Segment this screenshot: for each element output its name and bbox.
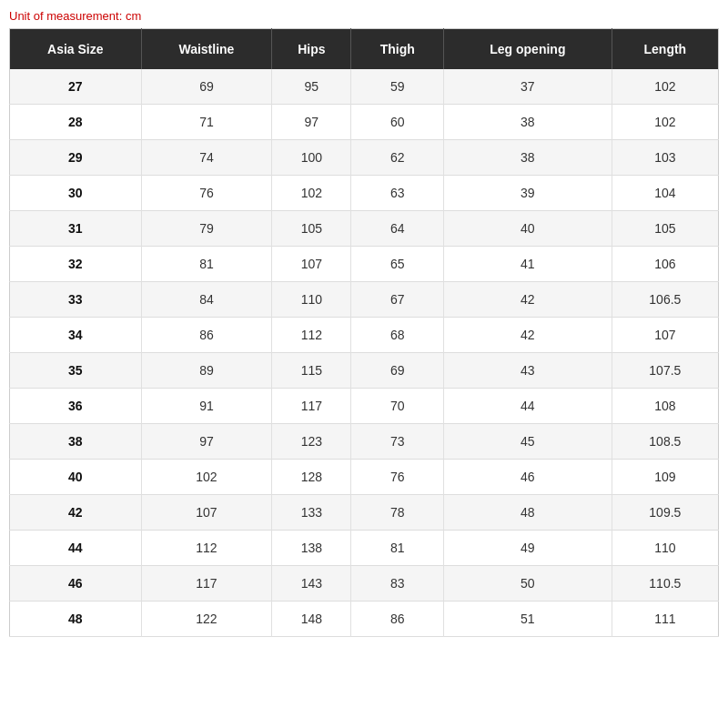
cell-value: 122 (141, 602, 272, 637)
cell-value: 63 (351, 176, 444, 211)
cell-value: 78 (351, 495, 444, 531)
cell-size: 36 (10, 389, 142, 424)
cell-value: 97 (272, 105, 351, 140)
cell-value: 115 (272, 353, 351, 389)
cell-value: 70 (351, 389, 444, 424)
table-row: 38971237345108.5 (10, 424, 719, 460)
cell-size: 46 (10, 566, 142, 602)
cell-value: 44 (444, 389, 612, 424)
cell-value: 81 (351, 531, 444, 566)
cell-size: 33 (10, 282, 142, 318)
cell-value: 117 (141, 566, 272, 602)
table-header-row: Asia Size Waistline Hips Thigh Leg openi… (10, 29, 719, 70)
cell-value: 107 (612, 318, 718, 353)
cell-value: 40 (444, 211, 612, 247)
cell-value: 107.5 (612, 353, 718, 389)
table-row: 401021287646109 (10, 460, 719, 495)
cell-value: 138 (272, 531, 351, 566)
cell-size: 35 (10, 353, 142, 389)
cell-value: 97 (141, 424, 272, 460)
table-row: 481221488651111 (10, 602, 719, 637)
cell-value: 74 (141, 140, 272, 176)
table-row: 2871976038102 (10, 105, 719, 140)
col-leg-opening: Leg opening (444, 29, 612, 70)
cell-value: 38 (444, 105, 612, 140)
cell-value: 60 (351, 105, 444, 140)
col-asia-size: Asia Size (10, 29, 142, 70)
cell-size: 30 (10, 176, 142, 211)
table-row: 35891156943107.5 (10, 353, 719, 389)
cell-value: 43 (444, 353, 612, 389)
cell-size: 27 (10, 69, 142, 105)
cell-value: 133 (272, 495, 351, 531)
cell-value: 111 (612, 602, 718, 637)
cell-value: 86 (141, 318, 272, 353)
cell-value: 100 (272, 140, 351, 176)
cell-size: 48 (10, 602, 142, 637)
cell-value: 95 (272, 69, 351, 105)
cell-value: 106 (612, 247, 718, 282)
cell-value: 103 (612, 140, 718, 176)
cell-size: 40 (10, 460, 142, 495)
table-row: 34861126842107 (10, 318, 719, 353)
cell-value: 110 (612, 531, 718, 566)
cell-size: 29 (10, 140, 142, 176)
cell-value: 83 (351, 566, 444, 602)
cell-value: 117 (272, 389, 351, 424)
cell-value: 64 (351, 211, 444, 247)
cell-value: 102 (612, 105, 718, 140)
cell-value: 69 (141, 69, 272, 105)
cell-value: 73 (351, 424, 444, 460)
cell-value: 107 (272, 247, 351, 282)
cell-value: 62 (351, 140, 444, 176)
cell-value: 109.5 (612, 495, 718, 531)
cell-size: 38 (10, 424, 142, 460)
col-waistline: Waistline (141, 29, 272, 70)
cell-value: 59 (351, 69, 444, 105)
cell-value: 50 (444, 566, 612, 602)
cell-value: 65 (351, 247, 444, 282)
table-row: 30761026339104 (10, 176, 719, 211)
cell-value: 79 (141, 211, 272, 247)
cell-size: 44 (10, 531, 142, 566)
cell-value: 109 (612, 460, 718, 495)
cell-value: 128 (272, 460, 351, 495)
table-row: 441121388149110 (10, 531, 719, 566)
cell-value: 76 (141, 176, 272, 211)
table-row: 32811076541106 (10, 247, 719, 282)
cell-value: 107 (141, 495, 272, 531)
cell-value: 39 (444, 176, 612, 211)
table-row: 31791056440105 (10, 211, 719, 247)
cell-value: 48 (444, 495, 612, 531)
cell-value: 143 (272, 566, 351, 602)
table-row: 36911177044108 (10, 389, 719, 424)
unit-label: Unit of measurement: cm (9, 9, 719, 23)
cell-value: 69 (351, 353, 444, 389)
cell-value: 81 (141, 247, 272, 282)
cell-value: 112 (272, 318, 351, 353)
cell-value: 38 (444, 140, 612, 176)
cell-value: 86 (351, 602, 444, 637)
cell-value: 37 (444, 69, 612, 105)
cell-size: 32 (10, 247, 142, 282)
size-table: Asia Size Waistline Hips Thigh Leg openi… (9, 28, 719, 637)
table-row: 29741006238103 (10, 140, 719, 176)
cell-value: 104 (612, 176, 718, 211)
col-length: Length (612, 29, 718, 70)
cell-value: 148 (272, 602, 351, 637)
cell-value: 68 (351, 318, 444, 353)
cell-size: 34 (10, 318, 142, 353)
cell-value: 102 (272, 176, 351, 211)
cell-value: 91 (141, 389, 272, 424)
size-table-wrapper: Asia Size Waistline Hips Thigh Leg openi… (9, 28, 719, 637)
table-row: 33841106742106.5 (10, 282, 719, 318)
cell-value: 42 (444, 282, 612, 318)
cell-size: 42 (10, 495, 142, 531)
cell-value: 41 (444, 247, 612, 282)
cell-size: 31 (10, 211, 142, 247)
col-hips: Hips (272, 29, 351, 70)
cell-value: 108 (612, 389, 718, 424)
cell-value: 105 (272, 211, 351, 247)
table-row: 461171438350110.5 (10, 566, 719, 602)
table-row: 421071337848109.5 (10, 495, 719, 531)
